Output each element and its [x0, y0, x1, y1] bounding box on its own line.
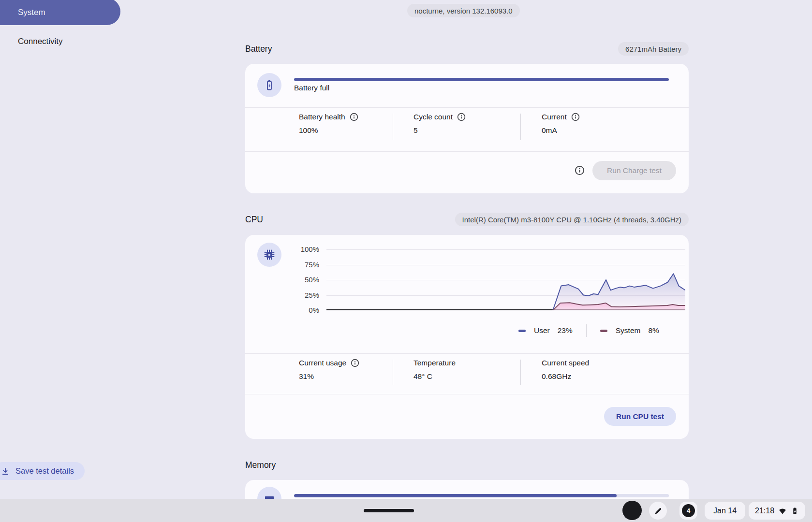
current-usage-stat: Current usage 31%	[299, 359, 359, 381]
divider	[520, 114, 521, 140]
info-icon[interactable]	[350, 113, 358, 121]
battery-icon-circle	[257, 73, 281, 97]
stat-label: Current usage	[299, 359, 346, 367]
divider	[393, 114, 393, 140]
wifi-icon	[778, 507, 787, 515]
notification-count-badge: 4	[682, 504, 695, 517]
battery-title: Battery	[245, 44, 272, 54]
memory-usage-bar	[294, 494, 669, 497]
divider	[586, 324, 587, 337]
sidebar-item-connectivity[interactable]: Connectivity	[18, 37, 63, 46]
stat-label: Temperature	[413, 359, 456, 367]
sidebar-item-system[interactable]: System	[0, 0, 120, 25]
memory-section-header: Memory	[245, 457, 689, 473]
stat-value: 48° C	[413, 372, 456, 381]
battery-card: Battery full Battery health 100% Cycle c…	[245, 64, 689, 193]
battery-charging-icon	[791, 506, 799, 515]
charge-test-info-icon[interactable]	[575, 165, 585, 175]
info-icon[interactable]	[457, 113, 466, 121]
home-indicator-handle[interactable]	[364, 509, 414, 512]
info-icon[interactable]	[351, 359, 359, 367]
sidebar-item-label: Connectivity	[18, 37, 63, 46]
calendar-date-button[interactable]: Jan 14	[705, 502, 745, 520]
divider	[245, 353, 689, 354]
battery-capacity-badge: 6271mAh Battery	[618, 42, 689, 56]
battery-health-stat: Battery health 100%	[299, 113, 358, 135]
stat-value: 0mA	[542, 126, 580, 135]
legend-label-user: User	[534, 326, 550, 335]
cpu-chart-legend: User 23% System 8%	[518, 324, 659, 337]
battery-section-header: Battery 6271mAh Battery	[245, 41, 689, 57]
shelf: 4 Jan 14 21:18	[0, 499, 812, 522]
stat-value: 31%	[299, 372, 359, 381]
battery-charge-bar	[294, 78, 669, 81]
current-stat: Current 0mA	[542, 113, 580, 135]
y-tick-label: 25%	[265, 291, 319, 299]
system-series-dash	[600, 330, 607, 332]
run-charge-test-button[interactable]: Run Charge test	[592, 161, 676, 180]
cycle-count-stat: Cycle count 5	[413, 113, 466, 135]
time-label: 21:18	[755, 507, 774, 515]
temperature-stat: Temperature 48° C	[413, 359, 456, 381]
legend-value-system: 8%	[648, 326, 659, 335]
download-icon	[0, 466, 10, 476]
diagnostics-app: System Connectivity Save test details no…	[0, 0, 812, 522]
stat-label: Current	[542, 113, 567, 121]
current-speed-stat: Current speed 0.68GHz	[542, 359, 589, 381]
notification-counter-button[interactable]: 4	[679, 502, 697, 520]
divider	[520, 360, 521, 385]
save-test-details-button[interactable]: Save test details	[0, 462, 85, 480]
stat-value: 5	[413, 126, 466, 135]
save-button-label: Save test details	[15, 466, 74, 476]
cpu-title: CPU	[245, 215, 263, 225]
stat-value: 0.68GHz	[542, 372, 589, 381]
info-icon[interactable]	[571, 113, 580, 121]
stylus-tools-button[interactable]	[649, 502, 667, 520]
main-content: Battery 6271mAh Battery Battery full Bat…	[245, 0, 689, 522]
cpu-usage-area-chart	[326, 249, 685, 310]
legend-label-system: System	[616, 326, 641, 335]
sidebar-item-label: System	[18, 8, 45, 17]
stat-label: Current speed	[542, 359, 589, 367]
y-tick-label: 100%	[265, 245, 319, 253]
battery-charge-bar-fill	[294, 78, 669, 81]
legend-value-user: 23%	[558, 326, 573, 335]
cpu-usage-chart-plot	[326, 249, 685, 310]
battery-status-text: Battery full	[294, 84, 329, 92]
status-area-button[interactable]: 21:18	[749, 502, 805, 520]
memory-usage-bar-fill	[294, 494, 617, 497]
run-cpu-test-button[interactable]: Run CPU test	[604, 407, 676, 426]
cpu-section-header: CPU Intel(R) Core(TM) m3-8100Y CPU @ 1.1…	[245, 211, 689, 228]
y-tick-label: 50%	[265, 276, 319, 284]
date-label: Jan 14	[713, 507, 737, 515]
divider	[245, 151, 689, 152]
stat-value: 100%	[299, 126, 358, 135]
battery-icon	[264, 79, 275, 91]
cpu-card: 100%75%50%25%0% User 23% Syste	[245, 235, 689, 439]
y-tick-label: 75%	[265, 261, 319, 269]
divider	[245, 394, 689, 394]
memory-title: Memory	[245, 460, 276, 470]
divider	[393, 360, 393, 385]
cpu-model-badge: Intel(R) Core(TM) m3-8100Y CPU @ 1.10GHz…	[455, 213, 689, 226]
y-tick-label: 0%	[265, 306, 319, 314]
shelf-app-circle[interactable]	[622, 501, 642, 520]
stat-label: Battery health	[299, 113, 345, 121]
stat-label: Cycle count	[413, 113, 453, 121]
user-series-dash	[518, 330, 526, 332]
divider	[245, 107, 689, 108]
stylus-pen-icon	[653, 506, 663, 516]
cpu-chart-yaxis: 100%75%50%25%0%	[265, 249, 319, 310]
